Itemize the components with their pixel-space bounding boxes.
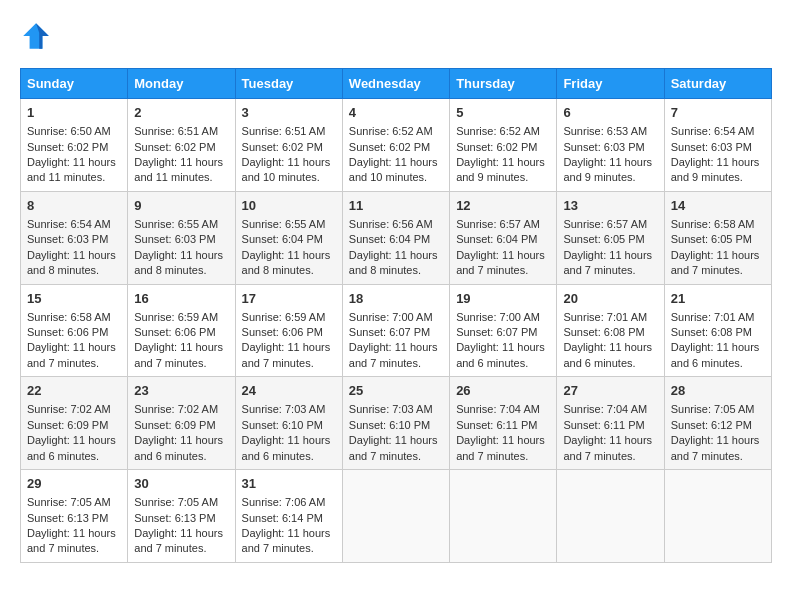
day-number: 29 [27,475,121,493]
daylight: Daylight: 11 hours and 7 minutes. [349,341,438,368]
page-header [20,20,772,52]
sunrise: Sunrise: 7:03 AM [242,403,326,415]
sunrise: Sunrise: 7:04 AM [456,403,540,415]
calendar-cell [342,470,449,563]
calendar-cell: 18Sunrise: 7:00 AMSunset: 6:07 PMDayligh… [342,284,449,377]
sunset: Sunset: 6:07 PM [349,326,430,338]
sunrise: Sunrise: 6:51 AM [242,125,326,137]
calendar-cell: 13Sunrise: 6:57 AMSunset: 6:05 PMDayligh… [557,191,664,284]
day-header-friday: Friday [557,69,664,99]
day-number: 25 [349,382,443,400]
calendar-cell: 8Sunrise: 6:54 AMSunset: 6:03 PMDaylight… [21,191,128,284]
day-header-wednesday: Wednesday [342,69,449,99]
calendar-cell [664,470,771,563]
day-number: 11 [349,197,443,215]
sunset: Sunset: 6:08 PM [563,326,644,338]
day-number: 4 [349,104,443,122]
day-number: 27 [563,382,657,400]
sunrise: Sunrise: 6:59 AM [134,311,218,323]
daylight: Daylight: 11 hours and 8 minutes. [27,249,116,276]
daylight: Daylight: 11 hours and 6 minutes. [563,341,652,368]
day-number: 2 [134,104,228,122]
sunset: Sunset: 6:03 PM [671,141,752,153]
sunset: Sunset: 6:04 PM [456,233,537,245]
daylight: Daylight: 11 hours and 9 minutes. [563,156,652,183]
daylight: Daylight: 11 hours and 10 minutes. [242,156,331,183]
day-number: 16 [134,290,228,308]
sunset: Sunset: 6:11 PM [456,419,537,431]
sunrise: Sunrise: 7:02 AM [27,403,111,415]
calendar-cell: 23Sunrise: 7:02 AMSunset: 6:09 PMDayligh… [128,377,235,470]
day-number: 30 [134,475,228,493]
day-header-sunday: Sunday [21,69,128,99]
day-number: 23 [134,382,228,400]
calendar-cell: 5Sunrise: 6:52 AMSunset: 6:02 PMDaylight… [450,99,557,192]
sunrise: Sunrise: 6:58 AM [27,311,111,323]
calendar-cell: 27Sunrise: 7:04 AMSunset: 6:11 PMDayligh… [557,377,664,470]
calendar-cell: 21Sunrise: 7:01 AMSunset: 6:08 PMDayligh… [664,284,771,377]
sunset: Sunset: 6:09 PM [27,419,108,431]
daylight: Daylight: 11 hours and 7 minutes. [563,249,652,276]
sunset: Sunset: 6:05 PM [563,233,644,245]
sunrise: Sunrise: 7:00 AM [349,311,433,323]
sunrise: Sunrise: 7:00 AM [456,311,540,323]
week-row-3: 15Sunrise: 6:58 AMSunset: 6:06 PMDayligh… [21,284,772,377]
daylight: Daylight: 11 hours and 6 minutes. [242,434,331,461]
sunset: Sunset: 6:02 PM [242,141,323,153]
daylight: Daylight: 11 hours and 6 minutes. [671,341,760,368]
calendar-cell: 10Sunrise: 6:55 AMSunset: 6:04 PMDayligh… [235,191,342,284]
day-number: 1 [27,104,121,122]
sunset: Sunset: 6:03 PM [134,233,215,245]
sunset: Sunset: 6:04 PM [242,233,323,245]
week-row-2: 8Sunrise: 6:54 AMSunset: 6:03 PMDaylight… [21,191,772,284]
calendar-cell: 29Sunrise: 7:05 AMSunset: 6:13 PMDayligh… [21,470,128,563]
daylight: Daylight: 11 hours and 7 minutes. [671,434,760,461]
sunset: Sunset: 6:12 PM [671,419,752,431]
sunset: Sunset: 6:04 PM [349,233,430,245]
daylight: Daylight: 11 hours and 10 minutes. [349,156,438,183]
day-number: 15 [27,290,121,308]
sunrise: Sunrise: 7:05 AM [671,403,755,415]
sunrise: Sunrise: 6:54 AM [671,125,755,137]
day-number: 21 [671,290,765,308]
sunset: Sunset: 6:09 PM [134,419,215,431]
day-number: 26 [456,382,550,400]
day-number: 24 [242,382,336,400]
calendar-cell: 30Sunrise: 7:05 AMSunset: 6:13 PMDayligh… [128,470,235,563]
calendar-cell: 7Sunrise: 6:54 AMSunset: 6:03 PMDaylight… [664,99,771,192]
calendar-cell: 20Sunrise: 7:01 AMSunset: 6:08 PMDayligh… [557,284,664,377]
daylight: Daylight: 11 hours and 7 minutes. [456,249,545,276]
day-number: 10 [242,197,336,215]
calendar-cell: 25Sunrise: 7:03 AMSunset: 6:10 PMDayligh… [342,377,449,470]
daylight: Daylight: 11 hours and 8 minutes. [349,249,438,276]
sunset: Sunset: 6:02 PM [134,141,215,153]
calendar-cell: 31Sunrise: 7:06 AMSunset: 6:14 PMDayligh… [235,470,342,563]
daylight: Daylight: 11 hours and 8 minutes. [134,249,223,276]
day-number: 19 [456,290,550,308]
sunset: Sunset: 6:02 PM [349,141,430,153]
sunrise: Sunrise: 6:57 AM [456,218,540,230]
daylight: Daylight: 11 hours and 6 minutes. [27,434,116,461]
sunset: Sunset: 6:07 PM [456,326,537,338]
sunrise: Sunrise: 6:52 AM [349,125,433,137]
sunset: Sunset: 6:10 PM [349,419,430,431]
daylight: Daylight: 11 hours and 7 minutes. [671,249,760,276]
logo-icon [20,20,52,52]
day-number: 28 [671,382,765,400]
day-number: 13 [563,197,657,215]
calendar-cell: 24Sunrise: 7:03 AMSunset: 6:10 PMDayligh… [235,377,342,470]
day-number: 31 [242,475,336,493]
day-number: 7 [671,104,765,122]
calendar-cell: 19Sunrise: 7:00 AMSunset: 6:07 PMDayligh… [450,284,557,377]
sunrise: Sunrise: 7:01 AM [563,311,647,323]
sunrise: Sunrise: 7:04 AM [563,403,647,415]
daylight: Daylight: 11 hours and 6 minutes. [134,434,223,461]
calendar-cell: 26Sunrise: 7:04 AMSunset: 6:11 PMDayligh… [450,377,557,470]
daylight: Daylight: 11 hours and 7 minutes. [134,341,223,368]
sunset: Sunset: 6:06 PM [134,326,215,338]
sunrise: Sunrise: 6:54 AM [27,218,111,230]
day-number: 14 [671,197,765,215]
calendar-cell: 3Sunrise: 6:51 AMSunset: 6:02 PMDaylight… [235,99,342,192]
calendar-table: SundayMondayTuesdayWednesdayThursdayFrid… [20,68,772,563]
day-number: 17 [242,290,336,308]
